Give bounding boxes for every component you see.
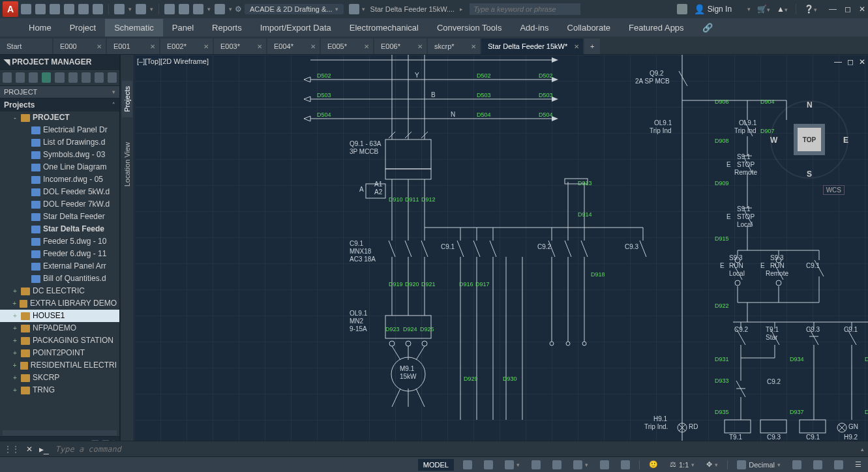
pm-tool-e[interactable] [108, 72, 117, 83]
close-icon[interactable]: ✕ [150, 43, 155, 50]
menu-featured-apps[interactable]: Featured Apps [620, 19, 693, 37]
polar-toggle[interactable] [529, 460, 543, 469]
workspace-switcher[interactable]: ACADE & 2D Drafting &...▾ [245, 4, 344, 14]
pm-project-combo[interactable]: PROJECT▾ [0, 85, 119, 98]
tree-row[interactable]: +EXTRA LIBRARY DEMO [0, 297, 119, 310]
cmd-history-icon[interactable]: ⋮⋮ [4, 445, 20, 454]
iso-toggle[interactable] [831, 460, 846, 469]
side-tab-location[interactable]: Location View [122, 137, 132, 192]
signin-button[interactable]: 👤Sign In▾ [694, 4, 751, 14]
pm-tool-a[interactable] [55, 72, 64, 83]
new-icon[interactable] [21, 4, 31, 14]
customize-icon[interactable]: ☰ [852, 460, 864, 469]
file-tab[interactable]: skcrp*✕ [428, 38, 480, 54]
file-tab[interactable]: E006*✕ [374, 38, 427, 54]
new-tab-button[interactable]: + [584, 38, 600, 54]
tree-row[interactable]: Feeder 5.dwg - 10 [0, 235, 119, 248]
plot-icon[interactable] [93, 4, 103, 14]
drawing-canvas[interactable]: [–][Top][2D Wireframe] — ◻ ✕ TOP N S E W… [134, 55, 868, 451]
cart-icon[interactable]: 🛒▾ [757, 5, 770, 14]
file-tab[interactable]: E001✕ [107, 38, 159, 54]
ortho-toggle[interactable]: ▾ [502, 460, 522, 469]
help-icon[interactable]: ❔▾ [804, 5, 817, 14]
redo-icon[interactable] [136, 4, 146, 14]
tree-row[interactable]: Feeder 6.dwg - 11 [0, 248, 119, 260]
file-tab[interactable]: E004*✕ [267, 38, 320, 54]
tree-row[interactable]: +PACKAGING STATION [0, 334, 119, 347]
tree-row[interactable]: Bill of Quantities.d [0, 273, 119, 285]
osnap-toggle[interactable] [550, 460, 564, 469]
menu-import-export-data[interactable]: Import/Export Data [251, 19, 340, 37]
batch-icon[interactable] [179, 4, 189, 14]
tree-row[interactable]: List of Drawings.d [0, 136, 119, 149]
otrack-toggle[interactable]: ▾ [571, 460, 591, 469]
layer-icon[interactable] [193, 4, 203, 14]
tree-row[interactable]: Incomer.dwg - 05 [0, 173, 119, 186]
tree-row[interactable]: +DC ELECTRIC [0, 285, 119, 297]
pm-tool-prev[interactable] [29, 72, 38, 83]
command-input[interactable] [55, 445, 854, 454]
units-display[interactable]: Decimal▾ [734, 460, 783, 469]
anno-scale[interactable]: ⚖ 1:1▾ [667, 460, 697, 469]
tree-row[interactable]: +NFPADEMO [0, 322, 119, 334]
menu-electromechanical[interactable]: Electromechanical [340, 19, 428, 37]
open-icon[interactable] [35, 4, 46, 14]
pm-tool-new[interactable] [3, 72, 12, 83]
cmd-close-icon[interactable]: ✕ [26, 445, 33, 454]
file-tab[interactable]: E003*✕ [214, 38, 266, 54]
saveall-icon[interactable] [78, 4, 89, 14]
tree-row[interactable]: Electrical Panel Dr [0, 124, 119, 136]
close-icon[interactable]: ✕ [310, 43, 316, 50]
menu-reports[interactable]: Reports [203, 19, 251, 37]
save-icon[interactable] [50, 4, 60, 14]
pm-projects-section[interactable]: Projects˄ [0, 98, 119, 111]
menu-project[interactable]: Project [61, 19, 105, 37]
tree-row[interactable]: Star Delta Feede [0, 223, 119, 235]
prefs-icon[interactable] [811, 460, 825, 469]
close-icon[interactable]: ✕ [471, 43, 476, 50]
menu-home[interactable]: Home [20, 19, 61, 37]
tree-row[interactable]: +RESIDENTIAL ELECTRI [0, 359, 119, 372]
anno-monitor[interactable]: 🙂 [646, 460, 661, 469]
tpar-toggle[interactable] [618, 460, 633, 469]
file-tab[interactable]: E000✕ [53, 38, 106, 54]
print-icon[interactable] [164, 4, 175, 14]
apps-icon[interactable]: ▲▾ [777, 5, 788, 14]
side-tab-projects[interactable]: Projects [122, 81, 132, 117]
grid-toggle[interactable] [460, 460, 475, 469]
search-input[interactable] [470, 3, 580, 15]
tree-row[interactable]: External Panel Arr [0, 260, 119, 273]
pm-tool-open[interactable] [16, 72, 25, 83]
cmd-recent-icon[interactable]: ▴ [861, 446, 864, 452]
close-icon[interactable]: ✕ [574, 43, 579, 50]
menu-add-ins[interactable]: Add-ins [511, 19, 558, 37]
snap-toggle[interactable] [481, 460, 496, 469]
file-tab[interactable]: Start [0, 38, 52, 54]
model-tab[interactable]: MODEL [418, 459, 454, 471]
tree-row[interactable]: Symbols.dwg - 03 [0, 149, 119, 161]
lwt-toggle[interactable] [597, 460, 612, 469]
pm-tool-c[interactable] [82, 72, 91, 83]
minimize-button[interactable]: — [829, 5, 837, 14]
close-button[interactable]: ✕ [859, 5, 865, 14]
close-icon[interactable]: ✕ [364, 43, 369, 50]
menu-panel[interactable]: Panel [163, 19, 203, 37]
file-tab[interactable]: E002*✕ [160, 38, 213, 54]
tree-row[interactable]: DOL Feeder 7kW.d [0, 198, 119, 211]
close-icon[interactable]: ✕ [257, 43, 262, 50]
pm-tool-refresh[interactable] [42, 72, 51, 83]
props-icon[interactable] [215, 4, 225, 14]
tree-row[interactable]: One Line Diagram [0, 161, 119, 173]
tree-row[interactable]: DOL Feeder 5kW.d [0, 186, 119, 198]
user-icon[interactable] [677, 4, 687, 14]
pm-tool-b[interactable] [68, 72, 78, 83]
anno-vis[interactable]: ✥▾ [704, 460, 721, 469]
tree-row[interactable]: Star Delta Feeder [0, 211, 119, 223]
share-icon[interactable] [349, 4, 359, 14]
tree-row[interactable]: +HOUSE1 [0, 310, 119, 322]
tree-row[interactable]: +POINT2POINT [0, 347, 119, 359]
close-icon[interactable]: ✕ [203, 43, 209, 50]
menu-link-icon[interactable]: 🔗 [693, 19, 722, 37]
menu-conversion-tools[interactable]: Conversion Tools [428, 19, 511, 37]
tree-row[interactable]: +SKCRP [0, 372, 119, 384]
